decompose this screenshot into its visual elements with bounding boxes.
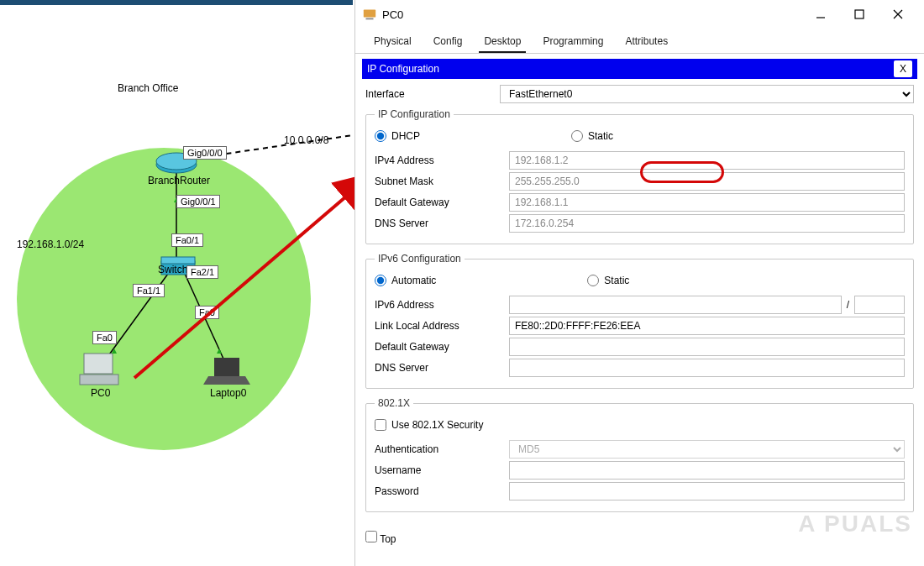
ipv4-field[interactable] bbox=[509, 151, 905, 170]
ipv6-dns-label: DNS Server bbox=[375, 362, 509, 374]
dot1x-legend: 802.1X bbox=[375, 397, 413, 409]
svg-rect-19 bbox=[855, 10, 864, 18]
ipconfig-header: IP Configuration X bbox=[362, 59, 917, 79]
packet-tracer-canvas[interactable]: Branch Office 10.0.0.0/8 192.168.1.0/24 … bbox=[0, 0, 353, 566]
ipv6-gw-label: Default Gateway bbox=[375, 341, 509, 353]
pass-field[interactable] bbox=[509, 482, 905, 500]
ip-config-legend: IP Configuration bbox=[375, 108, 454, 120]
zone-title: Branch Office bbox=[118, 82, 178, 94]
app-icon bbox=[362, 7, 377, 22]
user-field[interactable] bbox=[509, 461, 905, 480]
port-label: Fa2/1 bbox=[186, 265, 218, 279]
port-label: Fa1/1 bbox=[133, 284, 165, 297]
ipv4-label: IPv4 Address bbox=[375, 155, 509, 166]
ll-field[interactable] bbox=[509, 317, 905, 335]
ipv6-config-group: IPv6 Configuration Automatic Static IPv6… bbox=[365, 253, 914, 389]
panel-close-button[interactable]: X bbox=[894, 60, 912, 77]
ipv6-prefix-field[interactable] bbox=[854, 296, 905, 314]
tab-config[interactable]: Config bbox=[428, 32, 468, 53]
static-radio[interactable]: Static bbox=[571, 130, 613, 142]
close-button[interactable] bbox=[879, 2, 917, 27]
ip-config-group: IP Configuration DHCP Static IPv4 Addres… bbox=[365, 108, 914, 244]
maximize-icon bbox=[854, 9, 864, 19]
auth-select[interactable]: MD5 bbox=[509, 440, 905, 459]
dns-field[interactable] bbox=[509, 214, 905, 233]
svg-rect-10 bbox=[80, 375, 118, 385]
ll-label: Link Local Address bbox=[375, 320, 509, 332]
top-checkbox[interactable]: Top bbox=[365, 531, 396, 545]
dot1x-group: 802.1X Use 802.1X Security Authenticatio… bbox=[365, 397, 914, 512]
ipv6-dns-field[interactable] bbox=[509, 359, 905, 377]
close-icon bbox=[893, 9, 903, 19]
svg-rect-8 bbox=[161, 257, 195, 264]
port-label: Gig0/0/0 bbox=[183, 146, 227, 160]
tab-bar: Physical Config Desktop Programming Attr… bbox=[355, 29, 924, 54]
tab-attributes[interactable]: Attributes bbox=[620, 32, 673, 53]
tab-desktop[interactable]: Desktop bbox=[479, 32, 526, 53]
minimize-button[interactable] bbox=[801, 2, 840, 27]
svg-rect-9 bbox=[84, 354, 113, 374]
panel-title: IP Configuration bbox=[367, 63, 439, 75]
pass-label: Password bbox=[375, 485, 509, 497]
device-pc0[interactable]: PC0 bbox=[91, 387, 110, 399]
port-label: Gig0/0/1 bbox=[176, 195, 220, 208]
port-label: Fa0 bbox=[195, 306, 219, 319]
ipv6-config-legend: IPv6 Configuration bbox=[375, 253, 465, 265]
pc0-window: PC0 Physical Config Desktop Programming … bbox=[354, 0, 924, 566]
interface-select[interactable]: FastEthernet0 bbox=[500, 85, 914, 103]
tab-physical[interactable]: Physical bbox=[369, 32, 417, 53]
device-router[interactable]: BranchRouter bbox=[148, 175, 210, 186]
auth-label: Authentication bbox=[375, 443, 509, 455]
ipv6-static-radio[interactable]: Static bbox=[587, 275, 629, 286]
wan-subnet: 10.0.0.0/8 bbox=[284, 134, 328, 146]
user-label: Username bbox=[375, 464, 509, 476]
watermark: A PUALS bbox=[798, 511, 912, 537]
maximize-button[interactable] bbox=[840, 2, 879, 27]
dhcp-radio[interactable]: DHCP bbox=[375, 130, 420, 142]
svg-rect-16 bbox=[364, 10, 375, 18]
mask-label: Subnet Mask bbox=[375, 176, 509, 187]
device-switch[interactable]: Switch bbox=[158, 264, 187, 275]
minimize-icon bbox=[816, 9, 826, 19]
window-title: PC0 bbox=[382, 8, 403, 21]
port-label: Fa0 bbox=[92, 331, 117, 344]
dot1x-checkbox[interactable]: Use 802.1X Security bbox=[375, 419, 905, 431]
ipv6-gw-field[interactable] bbox=[509, 338, 905, 356]
gateway-field[interactable] bbox=[509, 193, 905, 212]
lan-subnet: 192.168.1.0/24 bbox=[17, 238, 84, 250]
ipv6-slash: / bbox=[842, 299, 854, 311]
dns-label: DNS Server bbox=[375, 217, 509, 229]
svg-rect-17 bbox=[366, 18, 374, 20]
ipv6-auto-radio[interactable]: Automatic bbox=[375, 275, 436, 286]
ipv6-addr-label: IPv6 Address bbox=[375, 299, 509, 311]
tab-programming[interactable]: Programming bbox=[538, 32, 608, 53]
interface-label: Interface bbox=[365, 88, 500, 100]
gateway-label: Default Gateway bbox=[375, 197, 509, 208]
port-label: Fa0/1 bbox=[171, 233, 203, 247]
titlebar[interactable]: PC0 bbox=[355, 0, 924, 29]
svg-point-0 bbox=[17, 148, 311, 450]
device-laptop0[interactable]: Laptop0 bbox=[210, 387, 246, 399]
mask-field[interactable] bbox=[509, 172, 905, 191]
ipv6-addr-field[interactable] bbox=[509, 296, 842, 314]
